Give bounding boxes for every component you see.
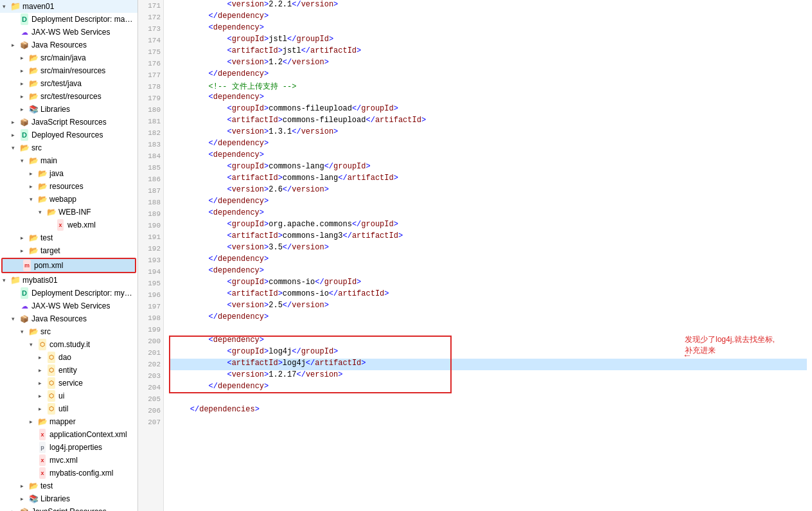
tree-item-dao[interactable]: ▸⬡dao [0, 351, 137, 364]
code-line-177[interactable]: </dependency> [169, 69, 807, 81]
line-number: 181 [141, 116, 161, 127]
tree-item-pomxml[interactable]: mpom.xml [3, 259, 135, 272]
code-line-181[interactable]: <artifactId>commons-fileupload</artifact… [169, 116, 807, 127]
code-line-196[interactable]: <artifactId>commons-io</artifactId> [169, 289, 807, 301]
code-line-198[interactable]: </dependency> [169, 312, 807, 324]
code-line-195[interactable]: <groupId>commons-io</groupId> [169, 278, 807, 289]
folder-icon: 📂 [28, 233, 39, 243]
line-number: 179 [141, 93, 161, 104]
tree-item-label: src [40, 326, 51, 337]
code-line-199[interactable] [169, 324, 807, 336]
line-number: 176 [141, 58, 161, 69]
code-line-189[interactable]: <dependency> [169, 208, 807, 220]
tree-item-src-mybatis01[interactable]: ▾📂src [0, 325, 137, 338]
code-line-201[interactable]: <groupId>log4j</groupId> [169, 347, 807, 359]
code-line-179[interactable]: <dependency> [169, 93, 807, 104]
tree-item-resources[interactable]: ▸📂resources [0, 180, 137, 193]
maven-icon: m [22, 260, 32, 271]
tree-item-src-main-java[interactable]: ▸📂src/main/java [0, 51, 137, 64]
code-line-171[interactable]: <version>2.2.1</version> [169, 0, 807, 12]
tree-item-label: JAX-WS Web Services [31, 300, 110, 312]
tree-item-target-maven01[interactable]: ▸📂target [0, 244, 137, 257]
tree-item-src-test-resources[interactable]: ▸📂src/test/resources [0, 90, 137, 103]
tree-item-maven01[interactable]: ▾📁maven01 [0, 0, 137, 13]
code-line-207[interactable] [169, 417, 807, 428]
code-line-191[interactable]: <artifactId>commons-lang3</artifactId> [169, 231, 807, 243]
tree-item-main[interactable]: ▾📂main [0, 154, 137, 167]
tree-item-js-resources-maven01[interactable]: ▸📦JavaScript Resources [0, 116, 137, 129]
tree-item-deployment-mybatis01[interactable]: DDeployment Descriptor: mybatis01 [0, 287, 137, 300]
tree-item-webapp[interactable]: ▾📂webapp [0, 193, 137, 206]
tree-item-ui[interactable]: ▸⬡ui [0, 390, 137, 402]
tree-item-mybatisconfig[interactable]: xmybatis-config.xml [0, 467, 137, 480]
tree-item-libraries-maven01[interactable]: ▸📚Libraries [0, 103, 137, 116]
code-line-182[interactable]: <version>1.3.1</version> [169, 127, 807, 139]
code-line-194[interactable]: <dependency> [169, 266, 807, 278]
tree-item-java[interactable]: ▸📂java [0, 167, 137, 180]
tree-item-test-mybatis01[interactable]: ▸📂test [0, 480, 137, 492]
line-number: 192 [141, 243, 161, 255]
tree-item-libraries-mybatis01[interactable]: ▸📚Libraries [0, 492, 137, 505]
tree-item-log4j[interactable]: plog4j.properties [0, 441, 137, 454]
tree-item-mapper[interactable]: ▸📂mapper [0, 415, 137, 428]
tree-item-mybatis01[interactable]: ▾📁mybatis01 [0, 274, 137, 287]
code-line-180[interactable]: <groupId>commons-fileupload</groupId> [169, 104, 807, 116]
code-line-183[interactable]: </dependency> [169, 139, 807, 150]
line-number: 202 [141, 359, 161, 370]
tree-item-util[interactable]: ▸⬡util [0, 402, 137, 415]
code-line-188[interactable]: </dependency> [169, 197, 807, 208]
code-line-203[interactable]: <version>1.2.17</version> [169, 370, 807, 382]
tree-item-entity[interactable]: ▸⬡entity [0, 364, 137, 377]
tree-item-label: util [58, 403, 68, 415]
line-number: 173 [141, 23, 161, 35]
code-line-202[interactable]: <artifactId>log4j</artifactId> [169, 359, 807, 370]
code-line-172[interactable]: </dependency> [169, 12, 807, 23]
code-line-186[interactable]: <artifactId>commons-lang</artifactId> [169, 174, 807, 185]
tree-item-src-main-resources[interactable]: ▸📂src/main/resources [0, 64, 137, 77]
folder-icon: 📂 [46, 207, 57, 217]
tree-item-com-study-it[interactable]: ▾⬡com.study.it [0, 338, 137, 351]
tree-item-java-resources-mybatis01[interactable]: ▾📦Java Resources [0, 312, 137, 325]
tree-item-webinf[interactable]: ▾📂WEB-INF [0, 206, 137, 219]
xml-icon: x [55, 220, 66, 230]
code-line-204[interactable]: </dependency> [169, 382, 807, 393]
tree-item-jaxws-maven01[interactable]: ☁JAX-WS Web Services [0, 26, 137, 39]
tree-item-java-resources-maven01[interactable]: ▸📦Java Resources [0, 39, 137, 51]
tree-item-jaxws-mybatis01[interactable]: ☁JAX-WS Web Services [0, 300, 137, 312]
tree-item-deployed-resources[interactable]: ▸DDeployed Resources [0, 129, 137, 141]
code-line-206[interactable]: </dependencies> [169, 405, 807, 417]
code-line-176[interactable]: <version>1.2</version> [169, 58, 807, 69]
tree-arrow: ▾ [21, 326, 27, 337]
tree-item-src-test-java[interactable]: ▸📂src/test/java [0, 77, 137, 90]
code-line-178[interactable]: <!-- 文件上传支持 --> [169, 81, 807, 93]
tree-arrow: ▸ [21, 245, 27, 256]
tree-item-label: Java Resources [31, 39, 87, 51]
code-content[interactable]: <version>2.2.1</version> </dependency> <… [164, 0, 812, 511]
line-number: 185 [141, 162, 161, 174]
code-line-175[interactable]: <artifactId>jstl</artifactId> [169, 46, 807, 58]
tree-item-webxml[interactable]: xweb.xml [0, 219, 137, 231]
line-number: 197 [141, 301, 161, 312]
code-line-184[interactable]: <dependency> [169, 150, 807, 162]
code-line-205[interactable] [169, 393, 807, 405]
tree-item-deployment-maven01[interactable]: DDeployment Descriptor: maven01 [0, 13, 137, 26]
code-line-173[interactable]: <dependency> [169, 23, 807, 35]
tree-item-src-maven01[interactable]: ▾📂src [0, 141, 137, 154]
tree-arrow: ▸ [39, 377, 45, 389]
code-line-197[interactable]: <version>2.5</version> [169, 301, 807, 312]
deploy-icon: D [19, 14, 30, 24]
tree-item-service[interactable]: ▸⬡service [0, 377, 137, 390]
tree-item-js-resources-mybatis01[interactable]: ▸📦JavaScript Resources [0, 505, 137, 511]
tree-item-test-maven01[interactable]: ▸📂test [0, 231, 137, 244]
tree-item-mvcxml[interactable]: xmvc.xml [0, 454, 137, 467]
code-line-192[interactable]: <version>3.5</version> [169, 243, 807, 255]
libs-icon: 📚 [28, 104, 39, 114]
code-line-193[interactable]: </dependency> [169, 255, 807, 266]
code-line-190[interactable]: <groupId>org.apache.commons</groupId> [169, 220, 807, 231]
code-line-174[interactable]: <groupId>jstl</groupId> [169, 35, 807, 46]
code-line-187[interactable]: <version>2.6</version> [169, 185, 807, 197]
tree-arrow: ▸ [21, 65, 27, 76]
tree-item-applicationContext[interactable]: xapplicationContext.xml [0, 428, 137, 441]
code-line-200[interactable]: <dependency> [169, 336, 807, 347]
code-line-185[interactable]: <groupId>commons-lang</groupId> [169, 162, 807, 174]
